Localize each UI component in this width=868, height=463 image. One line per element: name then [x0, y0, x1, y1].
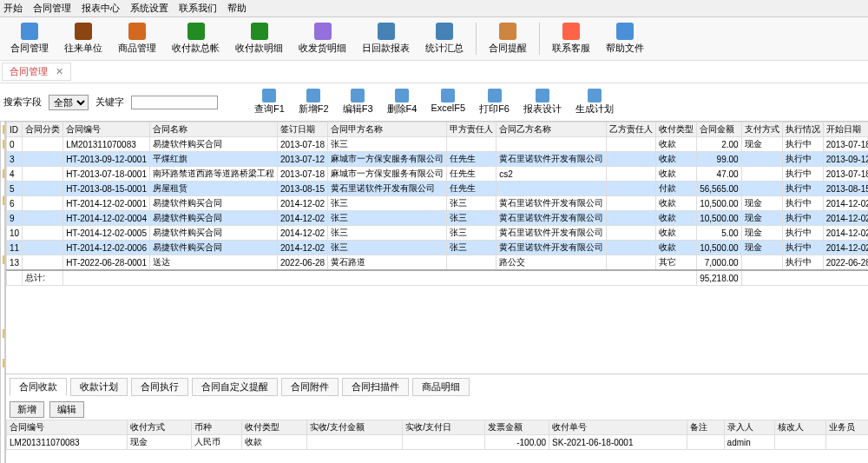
close-icon[interactable]: ✕: [56, 66, 63, 76]
table-row[interactable]: 10HT-2014-12-02-0005易捷软件购买合同2014-12-02张三…: [7, 226, 869, 241]
toolbar-button[interactable]: 商品管理: [111, 21, 163, 56]
col-header[interactable]: 收付方式: [127, 420, 191, 435]
col-header[interactable]: 核改人: [775, 420, 826, 435]
toolbar-icon: [378, 23, 395, 40]
action-button[interactable]: 查询F1: [249, 87, 290, 117]
menu-item[interactable]: 联系我们: [179, 2, 217, 15]
col-header[interactable]: 发票金额: [484, 420, 549, 435]
contract-grid[interactable]: ID合同分类合同编号合同名称签订日期合同甲方名称甲方责任人合同乙方名称乙方责任人…: [6, 122, 868, 374]
table-row[interactable]: 13HT-2022-06-28-0001送达2022-06-28黄石路道路公交其…: [7, 255, 869, 271]
col-header[interactable]: 收付单号: [549, 420, 687, 435]
toolbar-icon: [21, 23, 38, 40]
toolbar-button[interactable]: 往来单位: [57, 21, 109, 56]
table-row[interactable]: 9HT-2014-12-02-0004易捷软件购买合同2014-12-02张三张…: [7, 211, 869, 226]
detail-panel: 合同收款收款计划合同执行合同自定义提醒合同附件合同扫描件商品明细 新增编辑 合同…: [6, 374, 868, 463]
keyword-input[interactable]: [131, 96, 218, 109]
menu-item[interactable]: 系统设置: [130, 2, 168, 15]
detail-tab[interactable]: 合同收款: [10, 378, 67, 396]
search-field-select[interactable]: 全部: [49, 95, 89, 110]
search-field-label: 搜索字段: [3, 96, 42, 109]
menu-item[interactable]: 开始: [3, 2, 23, 15]
detail-tab[interactable]: 收款计划: [70, 378, 128, 396]
detail-tab[interactable]: 合同扫描件: [342, 378, 409, 396]
table-row[interactable]: 11HT-2014-12-02-0006易捷软件购买合同2014-12-02张三…: [7, 241, 869, 255]
menu-item[interactable]: 帮助: [227, 2, 247, 15]
button-icon: [306, 89, 320, 103]
toolbar-button[interactable]: 日回款报表: [355, 21, 417, 56]
col-header[interactable]: 合同编号: [7, 420, 128, 435]
action-button[interactable]: 新增F2: [293, 87, 334, 117]
toolbar-button[interactable]: 联系客服: [545, 21, 597, 56]
table-row[interactable]: 3HT-2013-09-12-0001平煤红旗2013-07-12麻城市一方保安…: [7, 152, 869, 167]
button-icon: [536, 89, 549, 103]
toolbar-button[interactable]: 收发货明细: [292, 21, 353, 56]
col-header[interactable]: 合同甲方名称: [328, 122, 447, 137]
toolbar-icon: [75, 23, 92, 40]
action-button[interactable]: 打印F6: [474, 87, 515, 117]
button-icon: [262, 89, 276, 103]
action-button[interactable]: 编辑F3: [338, 87, 378, 117]
toolbar-icon: [562, 23, 580, 40]
table-row[interactable]: 6HT-2014-12-02-0001易捷软件购买合同2014-12-02张三张…: [7, 196, 869, 211]
toolbar-icon: [187, 23, 205, 40]
button-icon: [395, 89, 409, 103]
detail-tab[interactable]: 合同执行: [131, 378, 188, 396]
table-row[interactable]: 4HT-2013-07-18-0001南环路禁道西路等道路桥梁工程2013-07…: [7, 167, 869, 182]
toolbar-button[interactable]: 收付款明细: [228, 21, 290, 56]
action-button[interactable]: ExcelF5: [425, 87, 470, 117]
col-header[interactable]: 签订日期: [277, 122, 327, 137]
action-button[interactable]: 报表设计: [518, 87, 567, 117]
toolbar-button[interactable]: 合同提醒: [482, 21, 534, 56]
col-header[interactable]: 币种: [191, 420, 242, 435]
toolbar-icon: [436, 23, 453, 40]
col-header[interactable]: 备注: [687, 420, 724, 435]
button-icon: [488, 89, 502, 103]
col-header[interactable]: 合同编号: [63, 122, 150, 137]
toolbar-icon: [499, 23, 516, 40]
action-button[interactable]: 生成计划: [570, 87, 619, 117]
col-header[interactable]: 甲方责任人: [447, 122, 496, 137]
table-row[interactable]: 5HT-2013-08-15-0001房屋租赁2013-08-15黄石里诺软件开…: [7, 182, 869, 196]
col-header[interactable]: ID: [7, 122, 23, 137]
button-icon: [351, 89, 365, 103]
col-header[interactable]: 收付类型: [656, 122, 697, 137]
toolbar-icon: [314, 23, 332, 40]
table-row[interactable]: LM201311070083现金人民币收款-100.00SK-2021-06-1…: [7, 435, 869, 450]
col-header[interactable]: 乙方责任人: [607, 122, 656, 137]
col-header[interactable]: 支付方式: [741, 122, 782, 137]
tab-contract[interactable]: 合同管理 ✕: [2, 63, 71, 81]
detail-button[interactable]: 编辑: [49, 401, 84, 418]
detail-tab[interactable]: 商品明细: [412, 378, 470, 396]
table-row[interactable]: 0LM201311070083易捷软件购买合同2013-07-18张三收款2.0…: [7, 137, 869, 152]
search-bar: 搜索字段 全部 关键字 查询F1新增F2编辑F3删除F4ExcelF5打印F6报…: [0, 83, 868, 121]
button-icon: [588, 89, 602, 103]
tab-bar: 合同管理 ✕: [0, 61, 868, 83]
col-header[interactable]: 录入人: [724, 420, 775, 435]
keyword-label: 关键字: [95, 96, 124, 109]
detail-tab[interactable]: 合同附件: [281, 378, 339, 396]
toolbar-button[interactable]: 合同管理: [3, 21, 56, 56]
menu-item[interactable]: 合同管理: [33, 2, 71, 15]
col-header[interactable]: 执行情况: [782, 122, 823, 137]
menubar: 开始合同管理报表中心系统设置联系我们帮助: [0, 0, 868, 17]
toolbar-button[interactable]: 统计汇总: [418, 21, 470, 56]
col-header[interactable]: 业务员: [825, 420, 868, 435]
toolbar-button[interactable]: 帮助文件: [599, 21, 651, 56]
action-button[interactable]: 删除F4: [382, 87, 423, 117]
col-header[interactable]: 合同金额: [697, 122, 742, 137]
toolbar-button[interactable]: 收付款总帐: [165, 21, 227, 56]
col-header[interactable]: 开始日期: [823, 122, 868, 137]
col-header[interactable]: 实收/支付日: [403, 420, 485, 435]
col-header[interactable]: 实收/支付金额: [306, 420, 402, 435]
toolbar-icon: [251, 23, 268, 40]
detail-button[interactable]: 新增: [10, 401, 44, 418]
detail-tab[interactable]: 合同自定义提醒: [192, 378, 278, 396]
sum-row: 总计:95,218.00: [7, 270, 869, 286]
col-header[interactable]: 合同乙方名称: [496, 122, 607, 137]
col-header[interactable]: 合同名称: [149, 122, 277, 137]
toolbar-icon: [128, 23, 146, 40]
menu-item[interactable]: 报表中心: [82, 2, 120, 15]
main-toolbar: 合同管理往来单位商品管理收付款总帐收付款明细收发货明细日回款报表统计汇总合同提醒…: [0, 17, 868, 61]
col-header[interactable]: 合同分类: [23, 122, 63, 137]
col-header[interactable]: 收付类型: [242, 420, 306, 435]
